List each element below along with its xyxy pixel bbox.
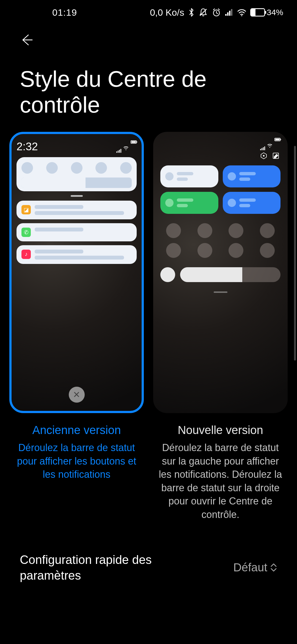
quick-settings-label: Configuration rapide des paramètres [20, 552, 207, 583]
svg-rect-2 [225, 14, 227, 16]
option-title: Ancienne version [32, 424, 121, 437]
mini-signal-icon [116, 140, 121, 153]
preview-slider [160, 267, 280, 282]
sort-icon [270, 563, 277, 572]
back-button[interactable] [16, 30, 36, 50]
bell-off-icon [199, 8, 208, 17]
mini-battery-icon [131, 140, 137, 144]
preview-notif: ✆ [16, 223, 137, 241]
preview-toggles [16, 157, 137, 191]
preview-new [153, 132, 288, 413]
mini-signal-icon [260, 138, 265, 150]
data-rate: 0,0 Ko/s [150, 7, 184, 18]
style-options: 2:32 ◪ ✆ [0, 132, 297, 522]
music-icon: ♪ [21, 250, 31, 259]
edit-icon [272, 152, 279, 159]
svg-point-10 [263, 155, 265, 157]
svg-rect-4 [229, 11, 230, 16]
preview-time: 2:32 [16, 140, 38, 153]
mini-wifi-icon [123, 140, 128, 153]
mini-wifi-icon [267, 138, 272, 150]
preview-dot-grid [160, 223, 280, 258]
scrollbar[interactable] [294, 146, 296, 361]
svg-point-8 [270, 147, 270, 148]
battery-indicator: 34% [250, 8, 283, 17]
option-new-version[interactable]: Nouvelle version Déroulez la barre de st… [153, 132, 288, 522]
page-title: Style du Centre de contrôle [0, 50, 297, 132]
svg-rect-3 [227, 12, 229, 16]
svg-point-6 [241, 15, 242, 16]
option-desc: Déroulez la barre de statut sur la gauch… [153, 441, 288, 522]
mini-battery-icon [274, 138, 280, 141]
alarm-icon [212, 8, 221, 17]
status-bar: 01:19 0,0 Ko/s 34% [0, 0, 297, 25]
close-icon: ✕ [69, 387, 85, 403]
phone-icon: ✆ [21, 228, 31, 237]
svg-point-7 [126, 149, 127, 150]
wifi-icon [237, 9, 246, 16]
bluetooth-icon [188, 8, 195, 17]
quick-settings-value: Défaut [233, 561, 277, 574]
option-desc: Déroulez la barre de statut pour affiche… [9, 441, 144, 481]
preview-tiles [160, 165, 280, 214]
status-time: 01:19 [52, 7, 77, 18]
svg-rect-5 [231, 9, 232, 16]
option-old-version[interactable]: 2:32 ◪ ✆ [9, 132, 144, 522]
status-right-icons: 0,0 Ko/s 34% [150, 7, 283, 18]
quick-settings-layout-row[interactable]: Configuration rapide des paramètres Défa… [0, 552, 297, 583]
preview-notif: ♪ [16, 245, 137, 264]
preview-old: 2:32 ◪ ✆ [9, 132, 144, 413]
preview-notif: ◪ [16, 201, 137, 219]
battery-pct: 34% [267, 8, 283, 17]
signal-icon [225, 9, 233, 16]
settings-hex-icon [260, 152, 267, 159]
option-title: Nouvelle version [178, 424, 263, 437]
note-icon: ◪ [21, 205, 31, 214]
